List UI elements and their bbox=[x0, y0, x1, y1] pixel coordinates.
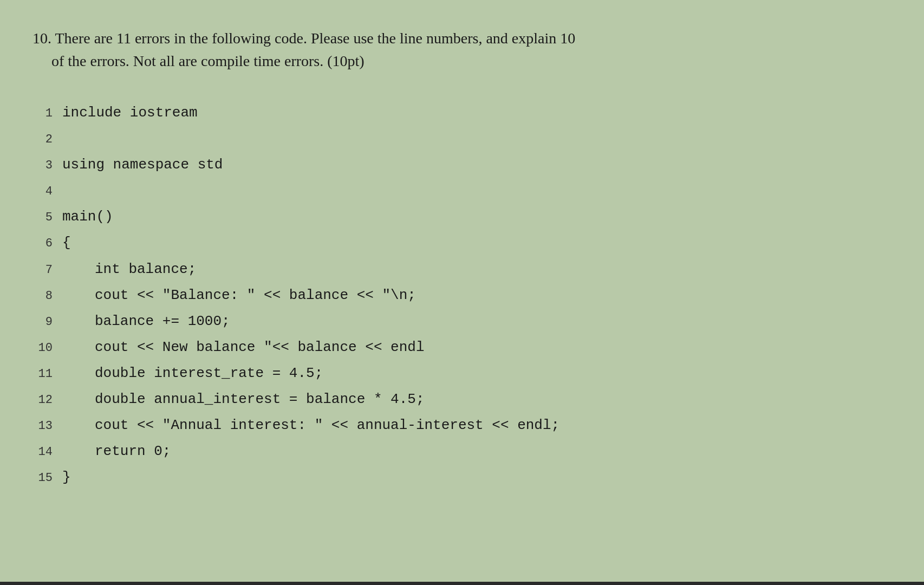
line-content-2 bbox=[62, 126, 71, 152]
line-content-14: return 0; bbox=[62, 438, 171, 464]
line-content-12: double annual_interest = balance * 4.5; bbox=[62, 386, 425, 412]
line-number-1: 1 bbox=[32, 103, 62, 125]
question-body: There are 11 errors in the following cod… bbox=[32, 30, 575, 69]
line-content-15: } bbox=[62, 464, 71, 490]
line-number-14: 14 bbox=[32, 441, 62, 464]
line-content-5: main() bbox=[62, 204, 113, 230]
line-number-15: 15 bbox=[32, 467, 62, 490]
page-container: 10. There are 11 errors in the following… bbox=[0, 0, 924, 585]
line-number-5: 5 bbox=[32, 207, 62, 229]
line-number-11: 11 bbox=[32, 363, 62, 386]
line-content-1: include iostream bbox=[62, 100, 198, 126]
line-content-11: double interest_rate = 4.5; bbox=[62, 360, 323, 386]
line-number-2: 2 bbox=[32, 129, 62, 151]
line-number-4: 4 bbox=[32, 181, 62, 203]
code-line-7: 7 int balance; bbox=[32, 256, 892, 282]
code-line-8: 8 cout << "Balance: " << balance << "\n; bbox=[32, 282, 892, 308]
line-content-4 bbox=[62, 178, 71, 204]
code-line-2: 2 bbox=[32, 126, 892, 152]
line-number-6: 6 bbox=[32, 233, 62, 255]
line-number-13: 13 bbox=[32, 415, 62, 438]
line-content-10: cout << New balance "<< balance << endl bbox=[62, 334, 425, 360]
code-line-15: 15 } bbox=[32, 464, 892, 490]
line-content-8: cout << "Balance: " << balance << "\n; bbox=[62, 282, 416, 308]
line-content-13: cout << "Annual interest: " << annual-in… bbox=[62, 412, 559, 438]
code-line-14: 14 return 0; bbox=[32, 438, 892, 464]
code-line-5: 5 main() bbox=[32, 204, 892, 230]
code-line-11: 11 double interest_rate = 4.5; bbox=[32, 360, 892, 386]
code-line-1: 1 include iostream bbox=[32, 100, 892, 126]
question-number: 10. bbox=[32, 30, 51, 47]
line-number-8: 8 bbox=[32, 285, 62, 308]
code-line-13: 13 cout << "Annual interest: " << annual… bbox=[32, 412, 892, 438]
bottom-border bbox=[0, 582, 924, 585]
code-line-4: 4 bbox=[32, 178, 892, 204]
line-content-6: { bbox=[62, 230, 71, 256]
code-section: 1 include iostream 2 3 using namespace s… bbox=[32, 100, 892, 490]
line-number-12: 12 bbox=[32, 389, 62, 412]
line-content-9: balance += 1000; bbox=[62, 308, 230, 334]
line-number-3: 3 bbox=[32, 155, 62, 177]
question-text: 10. There are 11 errors in the following… bbox=[32, 27, 892, 73]
code-line-12: 12 double annual_interest = balance * 4.… bbox=[32, 386, 892, 412]
code-line-6: 6 { bbox=[32, 230, 892, 256]
line-number-9: 9 bbox=[32, 311, 62, 334]
code-line-3: 3 using namespace std bbox=[32, 152, 892, 178]
line-content-3: using namespace std bbox=[62, 152, 223, 178]
line-number-7: 7 bbox=[32, 259, 62, 282]
code-line-10: 10 cout << New balance "<< balance << en… bbox=[32, 334, 892, 360]
line-content-7: int balance; bbox=[62, 256, 196, 282]
code-line-9: 9 balance += 1000; bbox=[32, 308, 892, 334]
line-number-10: 10 bbox=[32, 337, 62, 360]
